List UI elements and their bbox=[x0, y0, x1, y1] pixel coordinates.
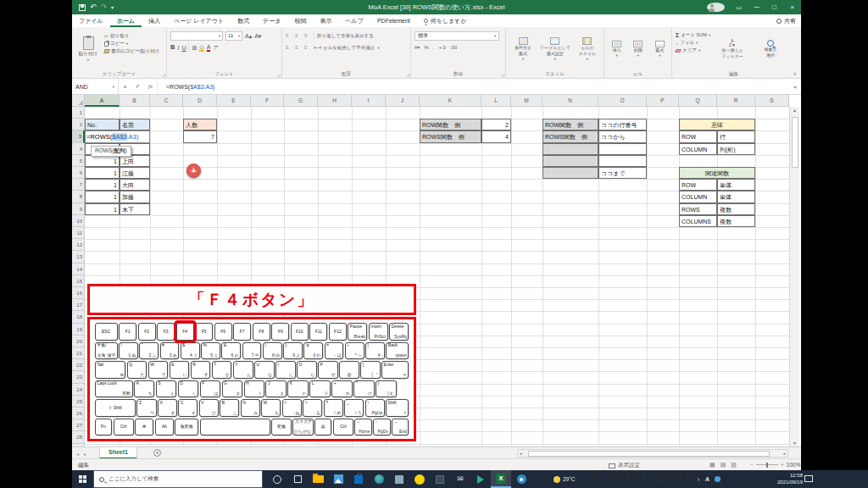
zoom-in-icon[interactable]: + bbox=[781, 462, 784, 468]
tab-page-layout[interactable]: ページ レイアウト bbox=[167, 14, 231, 27]
cell-O5[interactable] bbox=[598, 155, 647, 167]
cell-B6[interactable]: 江藤 bbox=[120, 167, 150, 179]
cell-R4[interactable]: 列(桁) bbox=[717, 143, 755, 155]
italic-button[interactable]: I bbox=[177, 45, 179, 51]
cancel-entry-icon[interactable]: × bbox=[119, 79, 131, 94]
cell-O6[interactable]: ココまで bbox=[598, 167, 647, 179]
task-view-icon[interactable] bbox=[287, 470, 308, 488]
cell-O2[interactable]: ココの行番号 bbox=[598, 119, 647, 130]
cell-K3[interactable]: ROWS関数 例 bbox=[420, 130, 481, 142]
zoom-level[interactable]: 100% bbox=[787, 462, 801, 468]
tab-file[interactable]: ファイル bbox=[72, 14, 110, 27]
align-bottom-icon[interactable]: ≡ bbox=[304, 33, 311, 38]
autosum-button[interactable]: Σオート SUM▾ bbox=[676, 32, 710, 38]
cell-Q3[interactable]: ROW bbox=[679, 130, 717, 142]
tab-pdfelement[interactable]: PDFelement bbox=[370, 14, 417, 27]
media-app-icon[interactable] bbox=[470, 470, 491, 488]
column-header-M[interactable]: M bbox=[511, 95, 542, 107]
cut-button[interactable]: ✂切り取り bbox=[104, 33, 159, 39]
column-header-R[interactable]: R bbox=[717, 95, 755, 107]
cell-N4[interactable] bbox=[542, 143, 598, 155]
taskbar-clock[interactable]: 12:58 2021/09/19 bbox=[764, 470, 803, 488]
undo-icon[interactable]: ↶ bbox=[90, 3, 97, 11]
insert-cells-button[interactable]: 挿入▾ bbox=[608, 30, 626, 69]
column-header-Q[interactable]: Q bbox=[679, 95, 717, 107]
cell-R10[interactable]: 複数 bbox=[717, 215, 755, 227]
decrease-font-icon[interactable]: A▾ bbox=[254, 33, 261, 39]
cell-N5[interactable] bbox=[542, 155, 598, 167]
tab-help[interactable]: ヘルプ bbox=[338, 14, 370, 27]
format-painter-button[interactable]: 書式のコピー/貼り付け bbox=[104, 48, 159, 54]
formula-input[interactable]: =ROWS($A$3:A3) bbox=[157, 79, 789, 94]
cell-O3[interactable]: ココから bbox=[598, 130, 647, 142]
yellow-app-icon[interactable] bbox=[409, 470, 430, 488]
comma-format-icon[interactable]: , bbox=[433, 45, 435, 50]
row-header-13[interactable]: 13 bbox=[72, 251, 85, 263]
pin-app-icon[interactable] bbox=[430, 470, 450, 488]
customize-toolbar-chevron-icon[interactable]: ▾ bbox=[111, 5, 114, 10]
column-header-I[interactable]: I bbox=[352, 95, 386, 107]
row-header-21[interactable]: 21 bbox=[72, 347, 85, 359]
cell-D3[interactable]: 7 bbox=[183, 130, 217, 142]
cell-A3-formula[interactable]: =ROWS($A$3:A3) bbox=[85, 130, 150, 142]
cell-A7[interactable]: 1 bbox=[85, 179, 120, 191]
column-header-L[interactable]: L bbox=[481, 95, 511, 107]
row-header-3[interactable]: 3 bbox=[72, 130, 85, 142]
row-header-9[interactable]: 9 bbox=[72, 203, 85, 215]
row-header-5[interactable]: 5 bbox=[72, 155, 85, 167]
sheet-tab-sheet1[interactable]: Sheet1 bbox=[99, 447, 137, 459]
column-header-N[interactable]: N bbox=[542, 95, 598, 107]
row-header-27[interactable]: 27 bbox=[72, 419, 85, 431]
cell-B7[interactable]: 大田 bbox=[120, 179, 150, 191]
cell-R3[interactable]: 行 bbox=[717, 130, 755, 142]
cell-A5[interactable]: 1 bbox=[85, 155, 120, 167]
weather-widget[interactable]: 29°C bbox=[554, 470, 576, 488]
cell-D2[interactable]: 人数 bbox=[183, 119, 217, 130]
edge-icon[interactable] bbox=[369, 470, 389, 488]
align-left-icon[interactable]: ≡ bbox=[286, 45, 292, 50]
column-header-D[interactable]: D bbox=[183, 95, 217, 107]
dialog-launcher-icon[interactable]: ◿ bbox=[501, 72, 504, 77]
cell-N3[interactable]: ROWS関数 例 bbox=[542, 130, 598, 142]
column-header-B[interactable]: B bbox=[120, 95, 150, 107]
align-middle-icon[interactable]: ≡ bbox=[295, 33, 302, 38]
cortana-icon[interactable] bbox=[267, 470, 287, 488]
cell-B2[interactable]: 名前 bbox=[120, 119, 150, 130]
indent-icons[interactable]: ⇤⇥ bbox=[314, 45, 320, 50]
cell-Q2[interactable]: 意味 bbox=[679, 119, 755, 130]
cell-Q10[interactable]: COLUMNS bbox=[679, 215, 717, 227]
excel-icon[interactable]: X bbox=[491, 470, 511, 488]
column-header-E[interactable]: E bbox=[217, 95, 251, 107]
font-color-icon[interactable]: A bbox=[207, 44, 211, 52]
zoom-slider[interactable] bbox=[756, 464, 778, 465]
percent-format-icon[interactable]: % bbox=[424, 45, 428, 50]
horizontal-scrollbar[interactable]: ◂ ▸ bbox=[517, 449, 788, 458]
page-layout-view-icon[interactable]: ▤ bbox=[721, 462, 726, 469]
row-header-16[interactable]: 16 bbox=[72, 287, 85, 299]
recorder-icon[interactable] bbox=[511, 470, 531, 488]
row-header-6[interactable]: 6 bbox=[72, 167, 85, 179]
taskbar-search-input[interactable]: ここに入力して検索 bbox=[93, 470, 263, 488]
bold-button[interactable]: B bbox=[170, 44, 175, 51]
row-header-26[interactable]: 26 bbox=[72, 408, 85, 419]
row-header-22[interactable]: 22 bbox=[72, 359, 85, 371]
cell-R9[interactable]: 複数 bbox=[717, 203, 755, 215]
row-header-10[interactable]: 10 bbox=[72, 215, 85, 227]
dialog-launcher-icon[interactable]: ◿ bbox=[162, 72, 165, 77]
sort-filter-button[interactable]: AZ▼ 並べ替えとフィルター bbox=[714, 30, 751, 69]
conditional-formatting-button[interactable]: 条件付き書式▾ bbox=[509, 30, 537, 69]
insert-function-icon[interactable]: fx bbox=[144, 79, 157, 94]
column-header-H[interactable]: H bbox=[318, 95, 352, 107]
fill-color-icon[interactable]: ◇ bbox=[199, 44, 203, 52]
cell-Q8[interactable]: COLUMN bbox=[679, 191, 717, 202]
cell-Q6[interactable]: 関連関数 bbox=[679, 167, 755, 179]
page-break-view-icon[interactable]: ▨ bbox=[731, 462, 737, 469]
row-header-18[interactable]: 18 bbox=[72, 311, 85, 323]
select-all-corner[interactable] bbox=[72, 95, 85, 107]
tab-view[interactable]: 表示 bbox=[313, 14, 338, 27]
name-box[interactable]: AND ▾ bbox=[72, 79, 119, 94]
cell-B5[interactable]: 上田 bbox=[120, 155, 150, 167]
paste-button[interactable]: 貼り付け ▾ bbox=[75, 30, 101, 69]
column-header-K[interactable]: K bbox=[420, 95, 481, 107]
ime-mode-icon[interactable]: A bbox=[705, 476, 709, 482]
